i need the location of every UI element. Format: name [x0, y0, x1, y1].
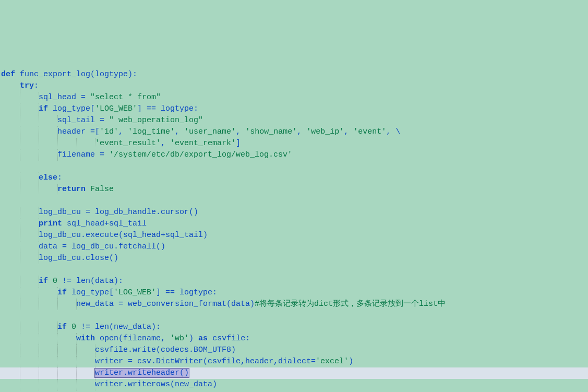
code-line[interactable] [0, 310, 588, 322]
code-line[interactable] [0, 161, 588, 172]
token-text: , \ [386, 127, 400, 136]
token-kw: return [57, 185, 86, 194]
token-kw: if [57, 323, 67, 331]
token-str: "select * from" [90, 93, 161, 102]
token-text [67, 323, 71, 331]
indent-guide [39, 92, 39, 103]
code-line[interactable]: log_db_cu.execute(sql_head+sql_tail) [0, 230, 588, 241]
token-text: filename = [57, 150, 109, 159]
token-cm: #将每条记录转为dict形式，多条记录放到一个list中 [255, 300, 446, 308]
indent-guide [76, 299, 77, 310]
token-kw: with [76, 334, 95, 343]
code-line[interactable] [0, 264, 588, 276]
token-text: , [118, 127, 128, 136]
token-text: , [236, 127, 245, 136]
code-line[interactable]: log_db_cu.close() [0, 253, 588, 264]
code-editor[interactable]: def func_export_log(logtype): try: sql_h… [0, 46, 588, 392]
token-kw: try [20, 81, 34, 90]
indent-guide [76, 367, 77, 379]
indent-guide [20, 115, 20, 126]
token-text: func_export_log(logtype): [15, 70, 137, 79]
token-text: header =[ [57, 127, 100, 136]
indent-guide [76, 379, 77, 390]
token-text: csvfile.write(codecs.BOM_UTF8) [95, 346, 236, 354]
code-line[interactable]: header =['id', 'log_time', 'user_name', … [0, 126, 588, 138]
indent-guide [95, 379, 95, 390]
token-text: log_type[ [48, 104, 95, 113]
indent-guide [20, 126, 20, 138]
indent-whitespace [1, 369, 95, 377]
code-line[interactable]: writer.writerows(new_data) [0, 379, 588, 390]
token-text: != len(new_data): [76, 323, 161, 331]
code-line[interactable]: else: [0, 172, 588, 184]
indent-guide [57, 379, 58, 390]
token-text: sql_head+sql_tail [62, 219, 147, 228]
code-line[interactable]: data = log_db_cu.fetchall() [0, 241, 588, 253]
token-text: new_data = web_conversion_format(data) [76, 300, 255, 308]
indent-guide [20, 333, 20, 345]
token-text: log_db_cu.execute(sql_head+sql_tail) [39, 231, 208, 240]
code-line[interactable]: if log_type['LOG_WEB'] == logtype: [0, 287, 588, 299]
indent-guide [57, 287, 58, 299]
code-line[interactable]: writer = csv.DictWriter(csvfile,header,d… [0, 356, 588, 367]
token-str: 'event_remark' [170, 139, 236, 148]
indent-guide [20, 299, 20, 310]
indent-guide [39, 149, 39, 161]
indent-guide [76, 333, 77, 345]
token-lit: 0 [53, 277, 57, 286]
token-str: 'excel' [316, 357, 349, 366]
code-line[interactable]: return False [0, 184, 588, 195]
code-line[interactable] [0, 195, 588, 207]
code-line[interactable]: try: [0, 80, 588, 92]
token-text: , [297, 127, 306, 136]
code-line[interactable]: if 0 != len(new_data): [0, 322, 588, 333]
indent-guide [57, 115, 58, 126]
code-line[interactable]: csvfile.write(codecs.BOM_UTF8) [0, 345, 588, 356]
token-text: csvfile: [208, 334, 250, 343]
code-line[interactable]: new_data = web_conversion_format(data)#将… [0, 299, 588, 310]
code-line[interactable]: print sql_head+sql_tail [0, 218, 588, 230]
code-line[interactable]: sql_head = "select * from" [0, 92, 588, 103]
indent-whitespace [1, 346, 95, 354]
indent-guide [39, 126, 39, 138]
indent-guide [20, 92, 20, 103]
code-line[interactable]: filename = '/system/etc/db/export_log/we… [0, 149, 588, 161]
indent-guide [20, 172, 20, 184]
token-kw: def [1, 70, 15, 79]
token-str: 'LOG_WEB' [95, 104, 137, 113]
token-lit: 0 [71, 323, 76, 331]
code-line[interactable]: if log_type['LOG_WEB'] == logtype: [0, 103, 588, 115]
indent-guide [20, 218, 20, 230]
code-line[interactable]: if 0 != len(data): [0, 276, 588, 287]
token-str: 'user_name' [184, 127, 236, 136]
indent-guide [39, 230, 39, 241]
code-line[interactable]: writer.writeheader() [0, 367, 588, 379]
token-str: 'event_result' [95, 139, 161, 148]
token-kw: if [39, 104, 48, 113]
indent-guide [57, 126, 58, 138]
token-text: != len(data): [57, 277, 123, 286]
indent-whitespace [1, 127, 57, 136]
token-str: 'show_name' [245, 127, 297, 136]
indent-guide [20, 207, 20, 218]
token-kw: as [198, 334, 208, 343]
code-line[interactable]: log_db_cu = log_db_handle.cursor() [0, 207, 588, 218]
code-line[interactable]: sql_tail = " web_operation_log" [0, 115, 588, 126]
indent-guide [57, 356, 58, 367]
indent-guide [20, 241, 20, 253]
code-line[interactable]: def func_export_log(logtype): [0, 69, 588, 80]
indent-guide [39, 345, 39, 356]
indent-guide [39, 103, 39, 115]
token-text: , [161, 139, 170, 148]
token-str: 'event' [353, 127, 386, 136]
token-text: : [57, 173, 62, 182]
code-line[interactable]: 'event_result', 'event_remark'] [0, 138, 588, 149]
token-text: writer.writerows(new_data) [95, 380, 217, 389]
token-text: ] [236, 139, 241, 148]
indent-guide [20, 253, 20, 264]
token-str: '/system/etc/db/export_log/web_log.csv' [109, 150, 292, 159]
indent-whitespace [1, 81, 20, 90]
code-line[interactable]: with open(filename, 'wb') as csvfile: [0, 333, 588, 345]
indent-guide [57, 367, 58, 379]
indent-guide [20, 80, 20, 92]
